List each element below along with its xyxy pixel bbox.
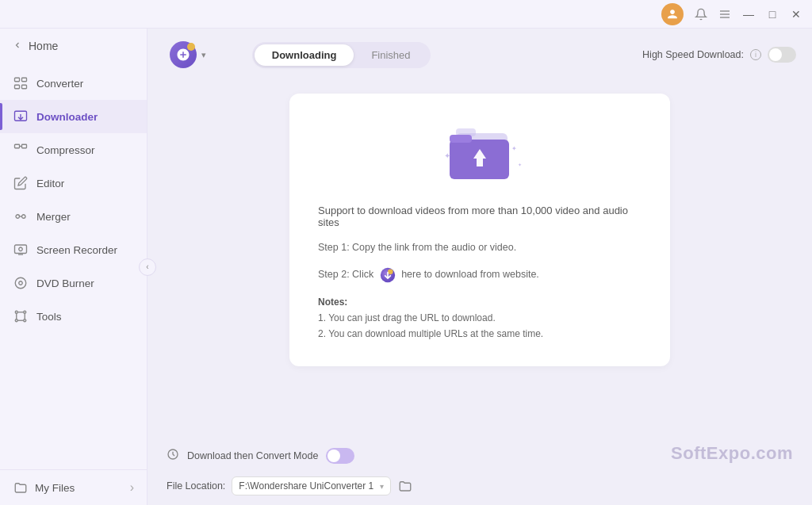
convert-mode-toggle[interactable] <box>326 448 354 464</box>
main-content: ▾ Downloading Finished High Speed Downlo… <box>147 29 812 505</box>
svg-rect-4 <box>22 78 27 82</box>
file-location-row: File Location: F:\Wondershare UniConvert… <box>167 476 413 495</box>
converter-icon <box>13 75 29 91</box>
step2-prefix: Step 2: Click <box>318 269 373 280</box>
sidebar-footer-my-files[interactable]: My Files › <box>0 469 147 505</box>
svg-point-21 <box>24 311 26 313</box>
editor-icon <box>13 175 29 191</box>
sidebar-item-home[interactable]: Home <box>0 29 147 63</box>
sidebar-item-merger[interactable]: Merger <box>0 200 147 233</box>
file-location-label: File Location: <box>167 480 225 492</box>
screen-recorder-label: Screen Recorder <box>36 244 117 256</box>
folder-illustration: ✦ ✦ ✦ <box>318 117 642 189</box>
sidebar-item-dvd-burner[interactable]: DVD Burner <box>0 266 147 300</box>
merger-icon <box>13 209 29 224</box>
editor-label: Editor <box>36 178 64 189</box>
window-controls[interactable]: — □ ✕ <box>661 3 802 25</box>
convert-mode-label: Download then Convert Mode <box>187 450 318 461</box>
svg-text:✦: ✦ <box>511 145 517 152</box>
svg-rect-31 <box>450 135 472 143</box>
note-item-1: You can just drag the URL to download. <box>318 310 543 326</box>
sidebar-item-screen-recorder[interactable]: Screen Recorder <box>0 233 147 266</box>
menu-icon[interactable] <box>718 8 731 21</box>
svg-text:✦: ✦ <box>518 163 522 167</box>
sidebar-collapse-button[interactable]: ‹ <box>139 258 156 276</box>
inline-app-icon <box>380 267 396 283</box>
svg-text:✦: ✦ <box>444 151 450 160</box>
add-download-button[interactable]: ▾ <box>163 38 213 71</box>
notes-title: Notes: <box>318 296 347 308</box>
support-text: Support to download videos from more tha… <box>318 205 642 228</box>
step2-suffix: here to download from website. <box>401 269 539 280</box>
sidebar-item-converter[interactable]: Converter <box>0 67 147 100</box>
note-item-2: You can download multiple URLs at the sa… <box>318 326 543 342</box>
compressor-icon <box>13 142 29 158</box>
sidebar-item-compressor[interactable]: Compressor <box>0 133 147 166</box>
step1-text: Step 1: Copy the link from the audio or … <box>318 239 516 255</box>
my-files-icon <box>13 480 29 495</box>
downloader-icon <box>13 109 29 124</box>
content-area: ✦ ✦ ✦ Support to download videos from mo… <box>147 81 812 438</box>
clock-icon <box>167 448 179 464</box>
converter-label: Converter <box>36 78 83 90</box>
bottom-bar: Download then Convert Mode File Location… <box>147 438 812 505</box>
svg-rect-5 <box>15 85 20 89</box>
file-path-selector[interactable]: F:\Wondershare UniConverter 1 ▾ <box>232 476 391 495</box>
file-path-value: F:\Wondershare UniConverter 1 <box>239 480 373 492</box>
close-button[interactable]: ✕ <box>790 8 802 21</box>
svg-point-12 <box>16 215 20 219</box>
svg-point-13 <box>22 215 26 219</box>
my-files-label: My Files <box>35 482 75 494</box>
tab-downloading[interactable]: Downloading <box>255 44 354 66</box>
convert-mode-row: Download then Convert Mode <box>167 448 354 464</box>
tools-icon <box>13 308 29 324</box>
minimize-button[interactable]: — <box>742 8 755 21</box>
svg-rect-6 <box>22 85 27 89</box>
tab-group: Downloading Finished <box>252 42 431 68</box>
empty-state-card: ✦ ✦ ✦ Support to download videos from mo… <box>289 94 670 366</box>
high-speed-section: High Speed Download: i <box>642 47 796 63</box>
add-download-chevron: ▾ <box>201 50 206 60</box>
title-bar: — □ ✕ <box>0 0 812 29</box>
user-avatar-icon[interactable] <box>661 3 684 25</box>
svg-rect-9 <box>15 144 20 148</box>
sidebar-nav: Converter Downloader Compressor <box>0 63 147 469</box>
svg-point-19 <box>19 281 23 285</box>
svg-point-22 <box>15 319 17 322</box>
svg-point-20 <box>15 311 17 313</box>
home-label: Home <box>29 40 58 52</box>
high-speed-toggle[interactable] <box>768 47 796 63</box>
maximize-button[interactable]: □ <box>766 8 779 21</box>
svg-point-18 <box>15 277 26 289</box>
svg-point-23 <box>24 319 26 322</box>
step2-text: Step 2: Click here to download from webs… <box>318 266 539 283</box>
my-files-arrow: › <box>130 480 134 495</box>
app-body: Home Converter Downloader <box>0 29 812 505</box>
compressor-label: Compressor <box>36 144 95 156</box>
add-download-icon <box>170 41 197 68</box>
file-path-chevron: ▾ <box>380 482 384 491</box>
sidebar-item-editor[interactable]: Editor <box>0 166 147 200</box>
toolbar: ▾ Downloading Finished High Speed Downlo… <box>147 29 812 81</box>
open-folder-icon[interactable] <box>397 478 413 494</box>
dvd-burner-label: DVD Burner <box>36 277 94 289</box>
svg-rect-15 <box>15 245 27 254</box>
sidebar-item-downloader[interactable]: Downloader <box>0 100 147 133</box>
sidebar-item-tools[interactable]: Tools <box>0 300 147 333</box>
high-speed-info-icon[interactable]: i <box>750 49 761 60</box>
svg-rect-3 <box>15 78 20 82</box>
screen-recorder-icon <box>13 242 29 258</box>
tab-finished[interactable]: Finished <box>354 44 427 66</box>
sidebar: Home Converter Downloader <box>0 29 147 505</box>
folder-svg: ✦ ✦ ✦ <box>432 117 527 189</box>
svg-point-37 <box>388 269 393 274</box>
notes-list: You can just drag the URL to download. Y… <box>318 310 543 342</box>
dvd-burner-icon <box>13 275 29 291</box>
downloader-label: Downloader <box>36 111 98 123</box>
merger-label: Merger <box>36 211 71 223</box>
high-speed-label: High Speed Download: <box>642 49 744 60</box>
svg-point-16 <box>19 247 23 251</box>
notification-icon[interactable] <box>695 8 707 21</box>
inline-logo-svg <box>380 267 396 283</box>
tools-label: Tools <box>36 311 62 323</box>
